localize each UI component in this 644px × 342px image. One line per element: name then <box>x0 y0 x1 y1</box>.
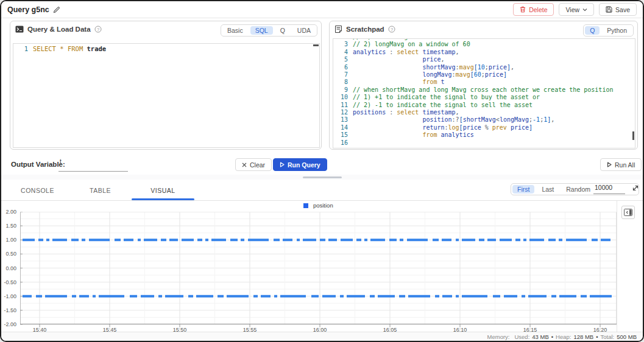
heap-label: Heap: <box>556 333 571 340</box>
tab-random[interactable]: Random <box>560 184 596 195</box>
tab-uda[interactable]: UDA <box>291 25 317 36</box>
query-panel-header: Query & Load Data ? Basic SQL Q UDA <box>10 21 321 35</box>
app-header: Query g5nc Delete View <box>1 1 643 18</box>
chart-legend[interactable]: position <box>20 202 617 209</box>
query-language-tabs: Basic SQL Q UDA <box>221 24 317 37</box>
header-actions: Delete View Save <box>513 3 637 16</box>
tab-table[interactable]: TABLE <box>69 187 132 194</box>
editor-overview-mark <box>313 44 319 46</box>
tab-last[interactable]: Last <box>536 184 560 195</box>
tab-console[interactable]: CONSOLE <box>6 187 69 194</box>
expand-icon[interactable] <box>629 183 642 195</box>
scratchpad-title: Scratchpad <box>346 26 384 33</box>
output-variable-input[interactable] <box>58 158 128 172</box>
view-button[interactable]: View <box>559 3 594 16</box>
save-button[interactable]: Save <box>599 3 637 16</box>
terminal-icon <box>15 26 24 33</box>
open-side-panel-icon[interactable] <box>621 206 635 219</box>
results-tab-bar: CONSOLE TABLE VISUAL First Last Random <box>1 180 643 201</box>
edit-pencil-icon[interactable] <box>53 6 60 13</box>
bullet-separator: • <box>551 333 553 340</box>
sql-code-pane: 1SELECT * FROM trade <box>13 44 319 54</box>
heap-value: 128 MB <box>573 333 593 340</box>
tab-basic[interactable]: Basic <box>221 25 249 36</box>
x-icon <box>242 162 247 167</box>
play-icon <box>280 162 285 167</box>
editor-scrollbar-thumb[interactable] <box>632 131 634 140</box>
legend-swatch <box>303 203 308 208</box>
notepad-icon <box>334 26 342 33</box>
view-button-label: View <box>565 6 579 13</box>
sql-code-editor[interactable]: 1SELECT * FROM trade <box>13 43 320 148</box>
legend-label: position <box>313 202 333 209</box>
help-icon[interactable]: ? <box>94 26 102 33</box>
y-axis-labels: 2.001.501.000.500.00-0.50-1.00-1.50-2.00 <box>1 212 18 327</box>
total-label: Total: <box>601 333 615 340</box>
app-window: Query g5nc Delete View <box>0 0 644 342</box>
q-code-pane: 2// 1) shortMavg on a window of 103// 2)… <box>333 38 635 147</box>
memory-label: Memory: <box>487 333 510 340</box>
query-title-text: Query g5nc <box>7 5 49 14</box>
delete-button[interactable]: Delete <box>513 3 554 16</box>
query-panel: Query & Load Data ? Basic SQL Q UDA 1SEL… <box>10 21 322 150</box>
chart-side-column <box>617 201 640 333</box>
scratchpad-language-tabs: Q Python <box>583 24 634 37</box>
tab-q[interactable]: Q <box>274 25 291 36</box>
clear-button[interactable]: Clear <box>235 158 272 171</box>
total-value: 500 MB <box>617 333 637 340</box>
tab-first[interactable]: First <box>512 185 534 194</box>
page-title: Query g5nc <box>7 5 60 14</box>
save-floppy-icon <box>606 6 612 13</box>
clear-button-label: Clear <box>250 161 265 169</box>
scratchpad-panel: Scratchpad ? Q Python 2// 1) shortMavg o… <box>329 21 638 150</box>
svg-text:?: ? <box>96 27 99 32</box>
play-icon <box>607 162 612 167</box>
query-panel-title: Query & Load Data <box>27 26 91 33</box>
svg-text:?: ? <box>391 27 393 32</box>
panel-splitter[interactable] <box>1 175 643 180</box>
splitter-drag-handle[interactable] <box>303 176 342 178</box>
run-query-button-label: Run Query <box>288 161 320 169</box>
run-all-button[interactable]: Run All <box>600 158 642 171</box>
tab-scratch-q[interactable]: Q <box>585 26 600 35</box>
sample-size-input[interactable] <box>593 183 625 194</box>
run-query-button[interactable]: Run Query <box>273 158 327 171</box>
used-value: 43 MB <box>532 333 548 340</box>
q-code-editor[interactable]: 2// 1) shortMavg on a window of 103// 2)… <box>333 38 635 148</box>
status-bar: Memory: Used: 43 MB • Heap: 128 MB • Tot… <box>1 332 643 341</box>
delete-button-label: Delete <box>529 6 547 13</box>
scratchpad-header: Scratchpad ? Q Python <box>330 21 637 35</box>
tab-scratch-python[interactable]: Python <box>601 25 633 36</box>
active-tab-underline <box>132 198 194 200</box>
run-all-button-label: Run All <box>615 161 635 169</box>
bullet-separator: • <box>596 333 598 340</box>
position-chart-plot[interactable] <box>20 212 617 328</box>
chart-area: position 2.001.501.000.500.00-0.50-1.00-… <box>1 201 643 333</box>
tab-visual[interactable]: VISUAL <box>132 187 194 194</box>
used-label: Used: <box>514 333 529 340</box>
save-button-label: Save <box>615 6 630 13</box>
trash-icon <box>520 6 526 13</box>
tab-sql[interactable]: SQL <box>250 26 273 35</box>
chevron-down-icon <box>582 8 587 12</box>
help-icon[interactable]: ? <box>388 26 395 33</box>
output-variable-label: Output Variable: <box>11 161 65 168</box>
